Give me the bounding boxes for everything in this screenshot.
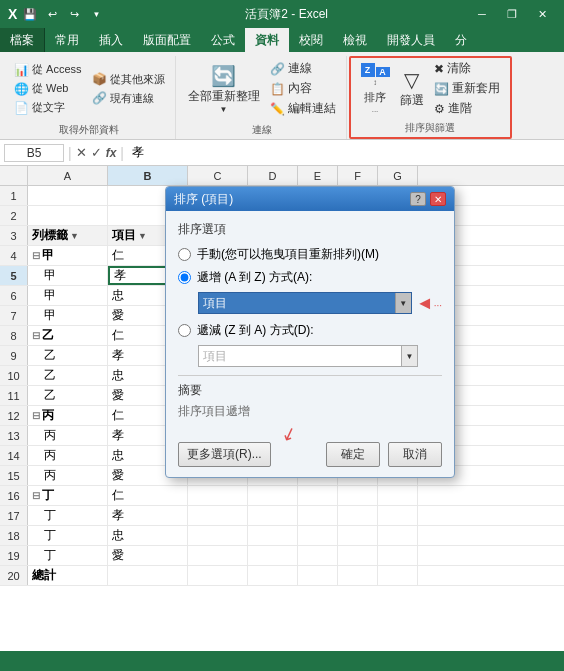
existing-connection-button[interactable]: 🔗 現有連線 bbox=[88, 90, 169, 107]
cell-a2[interactable] bbox=[28, 206, 108, 225]
clear-button[interactable]: ✖ 清除 bbox=[430, 59, 504, 78]
ascending-dropdown[interactable]: 項目 ▼ bbox=[198, 292, 412, 314]
sort-ascending-radio[interactable] bbox=[178, 271, 191, 284]
tab-insert[interactable]: 插入 bbox=[89, 28, 133, 52]
col-header-e[interactable]: E bbox=[298, 166, 338, 185]
cell-a5[interactable]: 甲 bbox=[28, 266, 108, 285]
cell-a18[interactable]: 丁 bbox=[28, 526, 108, 545]
descending-dropdown[interactable]: 項目 ▼ bbox=[198, 345, 418, 367]
cell-c20[interactable] bbox=[188, 566, 248, 585]
quick-access-redo[interactable]: ↪ bbox=[65, 5, 83, 23]
quick-access-save[interactable]: 💾 bbox=[21, 5, 39, 23]
cell-d16[interactable] bbox=[248, 486, 298, 505]
tab-layout[interactable]: 版面配置 bbox=[133, 28, 201, 52]
tab-data[interactable]: 資料 bbox=[245, 28, 289, 52]
confirm-formula-icon[interactable]: ✓ bbox=[91, 145, 102, 160]
cell-a6[interactable]: 甲 bbox=[28, 286, 108, 305]
cell-a8[interactable]: ⊟乙 bbox=[28, 326, 108, 345]
cell-e20[interactable] bbox=[298, 566, 338, 585]
cell-e19[interactable] bbox=[298, 546, 338, 565]
cell-d17[interactable] bbox=[248, 506, 298, 525]
cell-b17[interactable]: 孝 bbox=[108, 506, 188, 525]
sort-button[interactable]: Z A ↕ 排序 ... bbox=[357, 59, 394, 119]
cell-c16[interactable] bbox=[188, 486, 248, 505]
tab-file[interactable]: 檔案 bbox=[0, 28, 45, 52]
ok-button[interactable]: 確定 bbox=[326, 442, 380, 467]
dialog-close-button[interactable]: ✕ bbox=[430, 192, 446, 206]
cell-a14[interactable]: 丙 bbox=[28, 446, 108, 465]
cell-a15[interactable]: 丙 bbox=[28, 466, 108, 485]
cell-d19[interactable] bbox=[248, 546, 298, 565]
cell-a13[interactable]: 丙 bbox=[28, 426, 108, 445]
refresh-all-button[interactable]: 🔄 全部重新整理 ▼ bbox=[184, 59, 264, 119]
cell-g16[interactable] bbox=[378, 486, 418, 505]
reapply-button[interactable]: 🔄 重新套用 bbox=[430, 79, 504, 98]
cell-f20[interactable] bbox=[338, 566, 378, 585]
close-button[interactable]: ✕ bbox=[528, 4, 556, 24]
cancel-formula-icon[interactable]: ✕ bbox=[76, 145, 87, 160]
cell-g19[interactable] bbox=[378, 546, 418, 565]
cell-d20[interactable] bbox=[248, 566, 298, 585]
col-header-b[interactable]: B bbox=[108, 166, 188, 185]
col-header-f[interactable]: F bbox=[338, 166, 378, 185]
quick-access-undo[interactable]: ↩ bbox=[43, 5, 61, 23]
cell-a19[interactable]: 丁 bbox=[28, 546, 108, 565]
cell-g20[interactable] bbox=[378, 566, 418, 585]
cell-a7[interactable]: 甲 bbox=[28, 306, 108, 325]
cell-b16[interactable]: 仁 bbox=[108, 486, 188, 505]
tab-formula[interactable]: 公式 bbox=[201, 28, 245, 52]
col-header-a[interactable]: A bbox=[28, 166, 108, 185]
cell-b18[interactable]: 忠 bbox=[108, 526, 188, 545]
cell-f16[interactable] bbox=[338, 486, 378, 505]
restore-button[interactable]: ❐ bbox=[498, 4, 526, 24]
col-header-c[interactable]: C bbox=[188, 166, 248, 185]
cell-a1[interactable] bbox=[28, 186, 108, 205]
advanced-button[interactable]: ⚙ 進階 bbox=[430, 99, 504, 118]
cell-a10[interactable]: 乙 bbox=[28, 366, 108, 385]
cell-c18[interactable] bbox=[188, 526, 248, 545]
tab-review[interactable]: 校閱 bbox=[289, 28, 333, 52]
cell-c19[interactable] bbox=[188, 546, 248, 565]
cancel-button[interactable]: 取消 bbox=[388, 442, 442, 467]
properties-button[interactable]: 📋 內容 bbox=[266, 79, 340, 98]
cell-f17[interactable] bbox=[338, 506, 378, 525]
from-other-button[interactable]: 📦 從其他來源 bbox=[88, 71, 169, 88]
cell-a11[interactable]: 乙 bbox=[28, 386, 108, 405]
cell-reference-input[interactable] bbox=[4, 144, 64, 162]
cell-g18[interactable] bbox=[378, 526, 418, 545]
cell-a9[interactable]: 乙 bbox=[28, 346, 108, 365]
descending-dropdown-arrow[interactable]: ▼ bbox=[401, 346, 417, 366]
cell-d18[interactable] bbox=[248, 526, 298, 545]
cell-e18[interactable] bbox=[298, 526, 338, 545]
formula-input[interactable] bbox=[128, 146, 560, 160]
cell-e17[interactable] bbox=[298, 506, 338, 525]
cell-a17[interactable]: 丁 bbox=[28, 506, 108, 525]
cell-e16[interactable] bbox=[298, 486, 338, 505]
cell-b20[interactable] bbox=[108, 566, 188, 585]
col-header-d[interactable]: D bbox=[248, 166, 298, 185]
cell-a4[interactable]: ⊟甲 bbox=[28, 246, 108, 265]
sort-descending-radio[interactable] bbox=[178, 324, 191, 337]
from-access-button[interactable]: 📊 從 Access bbox=[10, 61, 86, 78]
filter-button[interactable]: ▽ 篩選 bbox=[396, 59, 428, 119]
cell-f19[interactable] bbox=[338, 546, 378, 565]
tab-home[interactable]: 常用 bbox=[45, 28, 89, 52]
edit-links-button[interactable]: ✏️ 編輯連結 bbox=[266, 99, 340, 118]
quick-access-dropdown[interactable]: ▼ bbox=[87, 5, 105, 23]
cell-a20[interactable]: 總計 bbox=[28, 566, 108, 585]
cell-a16[interactable]: ⊟丁 bbox=[28, 486, 108, 505]
more-options-button[interactable]: 更多選項(R)... bbox=[178, 442, 271, 467]
minimize-button[interactable]: ─ bbox=[468, 4, 496, 24]
cell-g17[interactable] bbox=[378, 506, 418, 525]
insert-function-icon[interactable]: fx bbox=[106, 146, 117, 160]
tab-view[interactable]: 檢視 bbox=[333, 28, 377, 52]
connection-button[interactable]: 🔗 連線 bbox=[266, 59, 340, 78]
tab-extra[interactable]: 分 bbox=[445, 28, 477, 52]
tab-developer[interactable]: 開發人員 bbox=[377, 28, 445, 52]
ascending-dropdown-arrow[interactable]: ▼ bbox=[395, 293, 411, 313]
from-text-button[interactable]: 📄 從文字 bbox=[10, 99, 86, 116]
cell-b19[interactable]: 愛 bbox=[108, 546, 188, 565]
cell-a3[interactable]: 列標籤 ▼ bbox=[28, 226, 108, 245]
from-web-button[interactable]: 🌐 從 Web bbox=[10, 80, 86, 97]
cell-f18[interactable] bbox=[338, 526, 378, 545]
